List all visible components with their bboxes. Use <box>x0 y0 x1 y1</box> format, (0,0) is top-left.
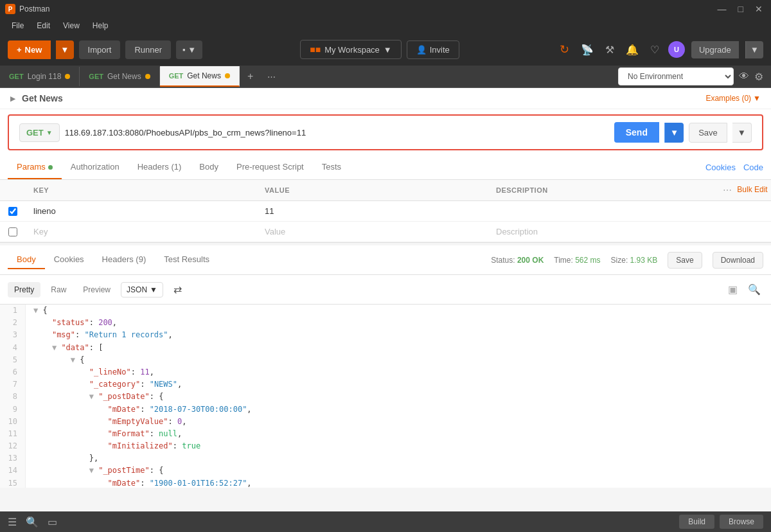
build-button[interactable]: Build <box>679 515 714 529</box>
method-chevron-icon: ▼ <box>46 129 53 136</box>
request-name[interactable]: ▶ Get News <box>10 93 63 103</box>
menu-bar: File Edit View Help <box>0 18 771 33</box>
param-empty-desc[interactable]: Description <box>488 222 720 242</box>
examples-link[interactable]: Examples (0) ▼ <box>705 94 761 103</box>
menu-edit[interactable]: Edit <box>30 20 57 31</box>
resp-tab-cookies[interactable]: Cookies <box>45 251 93 269</box>
invite-person-icon: 👤 <box>416 45 427 55</box>
tab-get-news-2[interactable]: GET Get News <box>160 66 240 87</box>
add-tab-button[interactable]: + <box>240 66 261 87</box>
params-dot <box>48 165 53 170</box>
notifications-icon[interactable]: 🔔 <box>623 41 641 58</box>
tab-login-118[interactable]: GET Login 118 <box>0 67 80 86</box>
upgrade-button[interactable]: Upgrade <box>691 41 739 58</box>
code-area[interactable]: 1 ▼ { 2 "status": 200, 3 "msg": "Return … <box>0 305 771 488</box>
more-tabs-button[interactable]: ⋯ <box>261 67 282 87</box>
import-button[interactable]: Import <box>79 40 121 59</box>
param-empty-value[interactable]: Value <box>257 222 488 242</box>
size-value: 1.93 KB <box>630 256 658 265</box>
resp-tab-body[interactable]: Body <box>8 251 45 269</box>
menu-view[interactable]: View <box>57 20 86 31</box>
method-select[interactable]: GET ▼ <box>19 123 60 142</box>
code-line-10: 10 "mEmptyValue": 0, <box>0 416 771 428</box>
search-button[interactable]: 🔍 <box>745 281 763 298</box>
save-dropdown-button[interactable]: ▼ <box>732 123 752 143</box>
method-label: GET <box>26 128 44 137</box>
minimize-button[interactable]: — <box>714 3 730 15</box>
tab-body[interactable]: Body <box>190 155 227 179</box>
sidebar-toggle-icon[interactable]: ☰ <box>8 516 17 528</box>
format-chevron-icon: ▼ <box>150 285 157 294</box>
bulk-edit-button[interactable]: Bulk Edit <box>737 185 767 195</box>
menu-file[interactable]: File <box>5 20 30 31</box>
format-preview-button[interactable]: Preview <box>76 282 117 297</box>
tab-headers[interactable]: Headers (1) <box>128 155 191 179</box>
tab-pre-request[interactable]: Pre-request Script <box>227 155 313 179</box>
tab-authorization[interactable]: Authorization <box>62 155 128 179</box>
new-dropdown-button[interactable]: ▼ <box>56 40 73 59</box>
resp-download-button[interactable]: Download <box>713 252 763 269</box>
param-empty-key[interactable]: Key <box>26 222 257 242</box>
code-line-12: 12 "mInitialized": true <box>0 440 771 452</box>
tab-method: GET <box>89 73 103 80</box>
browse-button[interactable]: Browse <box>720 515 763 529</box>
code-line-13: 13 }, <box>0 452 771 465</box>
url-bar: GET ▼ Send ▼ Save ▼ <box>8 114 763 150</box>
upgrade-dropdown-button[interactable]: ▼ <box>745 41 763 58</box>
avatar[interactable]: U <box>668 41 685 58</box>
param-empty-checkbox[interactable] <box>8 227 17 236</box>
format-raw-button[interactable]: Raw <box>44 282 73 297</box>
cookies-link[interactable]: Cookies <box>705 163 736 172</box>
tab-method: GET <box>169 72 184 80</box>
eye-icon[interactable]: 👁 <box>739 71 749 82</box>
workspace-label: My Workspace <box>324 45 380 55</box>
heart-icon[interactable]: ♡ <box>648 41 662 58</box>
new-button[interactable]: + New <box>8 40 51 59</box>
tab-get-news-1[interactable]: GET Get News <box>80 67 159 86</box>
send-button[interactable]: Send <box>614 122 659 143</box>
maximize-button[interactable]: □ <box>735 3 747 15</box>
resp-save-button[interactable]: Save <box>668 252 702 269</box>
status-value: 200 OK <box>517 256 544 265</box>
send-dropdown-button[interactable]: ▼ <box>664 123 684 143</box>
extra-button[interactable]: ▪ ▼ <box>176 40 202 59</box>
runner-button[interactable]: Runner <box>125 40 171 59</box>
param-lineno-checkbox[interactable] <box>8 207 17 216</box>
settings-icon[interactable]: ⚙ <box>754 71 763 83</box>
close-button[interactable]: ✕ <box>752 3 766 15</box>
satellite-icon[interactable]: 📡 <box>578 41 596 58</box>
resp-tab-test-results[interactable]: Test Results <box>155 251 218 269</box>
value-col-header: VALUE <box>257 184 488 197</box>
tools-icon[interactable]: ⚒ <box>603 41 617 58</box>
params-header: KEY VALUE DESCRIPTION ⋯ Bulk Edit <box>0 180 771 201</box>
panel-bottom-icon[interactable]: ▭ <box>48 516 57 528</box>
code-line-5: 5 ▼ { <box>0 354 771 366</box>
format-json-select[interactable]: JSON ▼ <box>121 282 163 297</box>
search-bottom-icon[interactable]: 🔍 <box>26 516 39 528</box>
code-line-11: 11 "mFormat": null, <box>0 428 771 440</box>
environment-select[interactable]: No Environment <box>618 67 734 85</box>
save-button[interactable]: Save <box>689 123 727 143</box>
param-lineno-value[interactable]: 11 <box>257 201 488 221</box>
resp-tab-headers[interactable]: Headers (9) <box>93 251 155 269</box>
param-lineno-desc[interactable] <box>488 206 720 217</box>
tab-params[interactable]: Params <box>8 155 62 179</box>
sync-button[interactable]: ↻ <box>557 40 572 59</box>
request-name-label: Get News <box>22 93 63 103</box>
copy-button[interactable]: ▣ <box>725 281 740 298</box>
response-tabs-bar: Body Cookies Headers (9) Test Results St… <box>0 245 771 275</box>
resp-toolbar-right: ▣ 🔍 <box>725 281 763 298</box>
param-lineno-key[interactable]: lineno <box>26 201 257 221</box>
word-wrap-button[interactable]: ⇄ <box>167 280 188 299</box>
url-input[interactable] <box>65 128 609 137</box>
invite-button[interactable]: 👤 Invite <box>407 40 459 59</box>
params-table: KEY VALUE DESCRIPTION ⋯ Bulk Edit lineno… <box>0 180 771 242</box>
new-plus-icon: + <box>17 45 22 55</box>
workspace-button[interactable]: ■■ My Workspace ▼ <box>300 40 402 59</box>
tab-tests[interactable]: Tests <box>313 155 350 179</box>
code-line-3: 3 "msg": "Return 1 records", <box>0 329 771 341</box>
format-pretty-button[interactable]: Pretty <box>8 282 40 297</box>
tabs-bar: GET Login 118 GET Get News GET Get News … <box>0 66 771 88</box>
code-link[interactable]: Code <box>743 163 763 172</box>
menu-help[interactable]: Help <box>86 20 115 31</box>
